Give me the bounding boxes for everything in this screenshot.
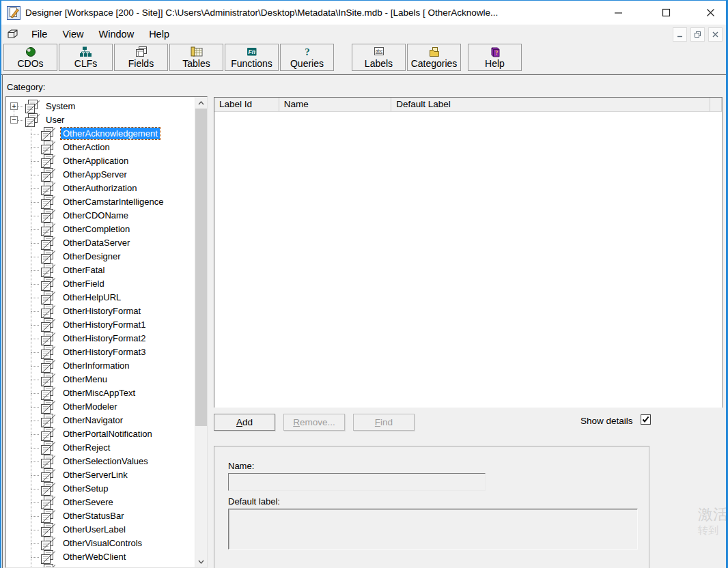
toolbar-button-label: Functions xyxy=(231,58,272,69)
tree-scrollbar-thumb[interactable] xyxy=(195,109,207,426)
scroll-down-icon[interactable] xyxy=(195,556,207,567)
tree-item-OtherCompletion[interactable]: OtherCompletion xyxy=(6,223,195,236)
tree-item-OtherReject[interactable]: OtherReject xyxy=(6,441,195,455)
tree-item-OtherNavigator[interactable]: OtherNavigator xyxy=(6,414,195,427)
label-stack-icon xyxy=(39,564,57,567)
tree-item-label: OtherUserLabel xyxy=(61,524,128,535)
menu-item-file[interactable]: File xyxy=(24,26,55,42)
checkmark-icon xyxy=(642,416,649,423)
tree-item-OtherDesigner[interactable]: OtherDesigner xyxy=(6,250,195,264)
tree-item-System[interactable]: +System xyxy=(6,100,195,113)
toolbar: CDOsCLFsFieldsTablesFnFunctions?Queriesa… xyxy=(1,44,726,74)
list-body[interactable] xyxy=(214,112,722,408)
tree-item-label: OtherVisualControls xyxy=(61,537,144,549)
tree-item-OtherSevere[interactable]: OtherSevere xyxy=(6,496,195,509)
tree-item-OtherStatusBar[interactable]: OtherStatusBar xyxy=(6,509,195,523)
column-header-default-label[interactable]: Default Label xyxy=(391,98,710,111)
toolbar-button-fields[interactable]: Fields xyxy=(114,44,168,71)
toolbar-button-label: Queries xyxy=(290,58,324,69)
tree-item-OtherAppServer[interactable]: OtherAppServer xyxy=(6,168,195,182)
column-header-label-id[interactable]: Label Id xyxy=(214,98,279,111)
tree-item-label: System xyxy=(44,100,77,112)
tree-item-OtherCamstarIntelligence[interactable]: OtherCamstarIntelligence xyxy=(6,195,195,209)
tree-item-label: User xyxy=(44,114,66,126)
tree-item-OtherHelpURL[interactable]: OtherHelpURL xyxy=(6,291,195,304)
tree-item-OtherMiscAppText[interactable]: OtherMiscAppText xyxy=(6,386,195,400)
tree-item-label: OtherField xyxy=(61,278,107,289)
tree-item-OtherHistoryFormat2[interactable]: OtherHistoryFormat2 xyxy=(6,332,195,345)
toolbar-button-label: Labels xyxy=(365,58,393,69)
menu-item-help[interactable]: Help xyxy=(141,26,177,42)
tree-item-OtherAction[interactable]: OtherAction xyxy=(6,141,195,154)
toolbar-button-label: Categories xyxy=(411,58,458,69)
toolbar-button-queries[interactable]: ?Queries xyxy=(280,44,334,71)
tree-item-label: OtherCDOName xyxy=(61,210,130,221)
tree-item-OtherSelectionValues[interactable]: OtherSelectionValues xyxy=(6,455,195,468)
tree-item-OtherHistoryFormat3[interactable]: OtherHistoryFormat3 xyxy=(6,345,195,359)
tree-item-label: OtherNavigator xyxy=(61,414,125,426)
svg-text:?: ? xyxy=(494,49,497,56)
tree-item-OtherApplication[interactable]: OtherApplication xyxy=(6,154,195,168)
tree-item-label: OtherMenu xyxy=(61,373,109,385)
tree-item-OtherServerLink[interactable]: OtherServerLink xyxy=(6,468,195,482)
tree-item-OtherWebLabel[interactable]: OtherWebLabel xyxy=(6,564,195,567)
toolbar-button-labels[interactable]: abcLabels xyxy=(352,44,406,71)
svg-text:?: ? xyxy=(305,46,310,57)
mdi-restore-button[interactable] xyxy=(690,27,705,42)
maximize-button[interactable] xyxy=(650,1,682,25)
close-button[interactable] xyxy=(695,1,726,25)
scroll-up-icon[interactable] xyxy=(195,97,207,109)
tree-item-OtherCDOName[interactable]: OtherCDOName xyxy=(6,209,195,223)
tree-item-OtherModeler[interactable]: OtherModeler xyxy=(6,400,195,414)
add-button[interactable]: Add xyxy=(214,414,275,431)
toolbar-button-cdos[interactable]: CDOs xyxy=(3,44,57,71)
client-frame-left xyxy=(2,74,3,568)
app-icon xyxy=(7,6,20,20)
window-border-left xyxy=(0,0,1,568)
toolbar-button-categories[interactable]: Categories xyxy=(407,44,461,71)
mdi-close-button[interactable] xyxy=(708,27,723,42)
tree-scrollbar[interactable] xyxy=(195,97,207,567)
activation-watermark: 激活 转到 xyxy=(698,506,728,537)
column-header-empty[interactable] xyxy=(710,98,722,111)
tree-item-OtherHistoryFormat[interactable]: OtherHistoryFormat xyxy=(6,304,195,318)
tree-item-OtherSetup[interactable]: OtherSetup xyxy=(6,482,195,496)
tree-connector xyxy=(14,109,15,117)
cdo-sphere-icon xyxy=(25,46,37,57)
toolbar-button-functions[interactable]: FnFunctions xyxy=(225,44,279,71)
workspace-system-icon[interactable] xyxy=(7,29,20,40)
labels-abc-icon: abc xyxy=(373,46,385,57)
mdi-window-controls xyxy=(673,27,723,42)
tree-item-label: OtherWebClient xyxy=(61,551,128,563)
tree-item-OtherFatal[interactable]: OtherFatal xyxy=(6,264,195,277)
tree-item-OtherInformation[interactable]: OtherInformation xyxy=(6,359,195,373)
column-header-name[interactable]: Name xyxy=(279,98,392,111)
toolbar-button-clfs[interactable]: CLFs xyxy=(59,44,113,71)
minimize-button[interactable] xyxy=(602,1,634,25)
tree-item-OtherDataServer[interactable]: OtherDataServer xyxy=(6,236,195,250)
toolbar-button-tables[interactable]: Tables xyxy=(169,44,223,71)
maximize-icon xyxy=(662,8,671,17)
default-label-textarea[interactable] xyxy=(228,509,638,550)
toolbar-button-help[interactable]: ?Help xyxy=(468,44,522,71)
tree-item-OtherUserLabel[interactable]: OtherUserLabel xyxy=(6,523,195,537)
toolbar-button-label: Help xyxy=(485,58,505,69)
show-details-checkbox[interactable] xyxy=(641,414,651,425)
menu-item-view[interactable]: View xyxy=(55,26,91,42)
tree-item-OtherWebClient[interactable]: OtherWebClient xyxy=(6,550,195,564)
tree-item-OtherAcknowledgement[interactable]: OtherAcknowledgement xyxy=(6,127,195,141)
tree-item-OtherMenu[interactable]: OtherMenu xyxy=(6,373,195,386)
mdi-minimize-button[interactable] xyxy=(673,27,687,42)
tree-item-label: OtherHistoryFormat2 xyxy=(61,332,148,344)
tree-item-OtherPortalNotification[interactable]: OtherPortalNotification xyxy=(6,427,195,441)
menu-item-window[interactable]: Window xyxy=(92,26,142,42)
tree-item-User[interactable]: −User xyxy=(6,113,195,127)
tree-item-OtherAuthorization[interactable]: OtherAuthorization xyxy=(6,182,195,195)
name-input[interactable] xyxy=(228,473,486,491)
watermark-line1: 激活 xyxy=(698,506,728,524)
tree-item-label: OtherStatusBar xyxy=(61,510,126,522)
tree-item-OtherField[interactable]: OtherField xyxy=(6,277,195,291)
tree-item-OtherHistoryFormat1[interactable]: OtherHistoryFormat1 xyxy=(6,318,195,332)
window-title: Designer [Workspace [200 - Site]] C:\Use… xyxy=(25,8,498,18)
tree-item-OtherVisualControls[interactable]: OtherVisualControls xyxy=(6,537,195,550)
